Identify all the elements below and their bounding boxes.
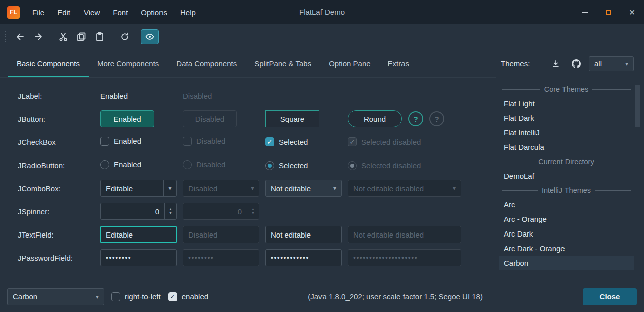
window-close-button[interactable]: ×	[620, 0, 644, 24]
theme-select-combobox[interactable]: Carbon ▾	[7, 288, 104, 305]
combo-value: all	[589, 59, 620, 68]
tab-extras[interactable]: Extras	[379, 49, 418, 77]
radio-circle-selected	[265, 161, 274, 170]
tab-splitpane-tabs[interactable]: SplitPane & Tabs	[246, 49, 320, 77]
spinner-down-icon[interactable]: ▼	[169, 211, 172, 215]
combo-value: Editable	[101, 184, 163, 193]
jpasswordfield-row-label: JPasswordField:	[18, 254, 94, 262]
back-button[interactable]	[11, 29, 29, 44]
right-to-left-checkbox[interactable]: right-to-left	[111, 292, 161, 301]
maximize-button[interactable]	[597, 0, 620, 24]
components-grid: JLabel: Enabled Disabled JButton: Enable…	[0, 78, 496, 269]
jpasswordfield-not-editable[interactable]	[265, 249, 342, 266]
theme-item-flat-light[interactable]: Flat Light	[499, 96, 634, 111]
jradiobutton-selected[interactable]: Selected	[265, 161, 308, 170]
menu-help[interactable]: Help	[174, 0, 202, 24]
spinner-value[interactable]: 0	[101, 207, 164, 216]
jradiobutton-enabled[interactable]: Enabled	[100, 160, 141, 169]
theme-item-flat-intellij[interactable]: Flat IntelliJ	[499, 125, 634, 140]
checkbox-box	[183, 137, 192, 146]
download-theme-button[interactable]	[548, 57, 564, 71]
tab-option-pane[interactable]: Option Pane	[320, 49, 379, 77]
spinner-buttons: ▲▼	[247, 203, 259, 219]
jcombobox-not-editable[interactable]: Not editable▾	[265, 180, 342, 197]
theme-item-flat-darcula[interactable]: Flat Darcula	[499, 140, 634, 154]
spinner-up-icon[interactable]: ▲	[169, 207, 172, 211]
jcombobox-editable[interactable]: Editable▾	[100, 180, 177, 197]
help-button[interactable]: ?	[408, 111, 423, 126]
enabled-checkbox[interactable]: ✓ enabled	[168, 292, 208, 301]
menu-font[interactable]: Font	[106, 0, 134, 24]
paste-button[interactable]	[91, 29, 109, 44]
jcheckbox-row-label: JCheckBox	[18, 138, 94, 146]
radio-circle	[183, 160, 192, 169]
jcheckbox-selected[interactable]: ✓Selected	[265, 137, 308, 146]
cut-button[interactable]	[54, 29, 72, 44]
chevron-down-icon[interactable]: ▾	[91, 293, 104, 300]
checkbox-box-checked: ✓	[168, 292, 177, 301]
jlabel-row-label: JLabel:	[18, 92, 94, 100]
minimize-button[interactable]	[573, 0, 597, 24]
jradiobutton-row-label: JRadioButton:	[18, 161, 94, 170]
scissors-icon	[58, 32, 68, 42]
forward-button[interactable]	[29, 29, 47, 44]
jtextfield-not-editable[interactable]	[265, 226, 342, 243]
checkbox-box	[111, 292, 120, 301]
tab-data-components[interactable]: Data Components	[168, 49, 246, 77]
refresh-button[interactable]	[116, 29, 134, 44]
theme-item-demolaf[interactable]: DemoLaf	[499, 169, 634, 183]
spinner-up-icon: ▲	[251, 207, 255, 211]
theme-item-arc-dark-orange[interactable]: Arc Dark - Orange	[499, 241, 634, 256]
combo-value: Not editable disabled	[348, 184, 448, 193]
github-button[interactable]	[569, 57, 584, 71]
checkbox-box-checked: ✓	[348, 137, 357, 146]
theme-item-arc[interactable]: Arc	[499, 197, 634, 212]
show-hidden-toggle-button[interactable]	[141, 29, 159, 44]
jtextfield-disabled	[183, 226, 259, 243]
spinner-value: 0	[183, 207, 247, 216]
main-tabbar: Basic Components More Components Data Co…	[0, 49, 496, 78]
jspinner-enabled[interactable]: 0▲▼	[100, 203, 177, 220]
tab-basic-components[interactable]: Basic Components	[8, 49, 89, 77]
theme-item-arc-dark[interactable]: Arc Dark	[499, 226, 634, 241]
combo-value: Not editable	[266, 184, 328, 193]
close-dialog-button[interactable]: Close	[583, 288, 637, 305]
jcombobox-not-editable-disabled: Not editable disabled▾	[348, 180, 461, 197]
jpasswordfield-not-editable-disabled	[348, 249, 461, 266]
chevron-down-icon[interactable]: ▾	[328, 185, 341, 192]
menu-file[interactable]: File	[26, 0, 51, 24]
jradiobutton-disabled: Disabled	[183, 160, 225, 169]
jtextfield-row-label: JTextField:	[18, 230, 94, 239]
clipboard-icon	[95, 32, 105, 42]
window-close-icon: ×	[629, 7, 635, 17]
jtextfield-editable[interactable]	[100, 226, 177, 243]
jcheckbox-selected-disabled: ✓Selected disabled	[348, 137, 421, 146]
jpasswordfield-enabled[interactable]	[100, 249, 177, 266]
jbutton-square[interactable]: Square	[265, 110, 319, 127]
combo-value: Disabled	[183, 184, 246, 193]
chevron-down-icon[interactable]: ▾	[163, 180, 176, 196]
jcheckbox-disabled: Disabled	[183, 137, 225, 146]
jbutton-round[interactable]: Round	[348, 110, 402, 127]
jcheckbox-enabled[interactable]: Enabled	[100, 137, 141, 146]
radio-label: Disabled	[196, 160, 225, 169]
themes-scrollbar[interactable]	[635, 84, 640, 274]
theme-item-arc-orange[interactable]: Arc - Orange	[499, 212, 634, 226]
copy-button[interactable]	[72, 29, 91, 44]
menu-view[interactable]: View	[77, 0, 106, 24]
spinner-buttons[interactable]: ▲▼	[164, 203, 176, 219]
checkbox-label: enabled	[182, 292, 208, 301]
main-area: Basic Components More Components Data Co…	[0, 49, 644, 281]
tab-more-components[interactable]: More Components	[89, 49, 168, 77]
toolbar-grip-handle[interactable]	[5, 31, 6, 42]
menu-options[interactable]: Options	[134, 0, 174, 24]
combo-value: Carbon	[8, 292, 91, 301]
themes-section-current-directory: Current Directory	[499, 154, 634, 169]
menu-edit[interactable]: Edit	[51, 0, 77, 24]
scrollbar-thumb[interactable]	[635, 85, 640, 127]
chevron-down-icon[interactable]: ▾	[620, 60, 633, 67]
themes-filter-combobox[interactable]: all ▾	[589, 56, 634, 71]
theme-item-carbon[interactable]: Carbon	[499, 256, 634, 270]
jbutton-enabled[interactable]: Enabled	[100, 110, 154, 127]
theme-item-flat-dark[interactable]: Flat Dark	[499, 111, 634, 125]
